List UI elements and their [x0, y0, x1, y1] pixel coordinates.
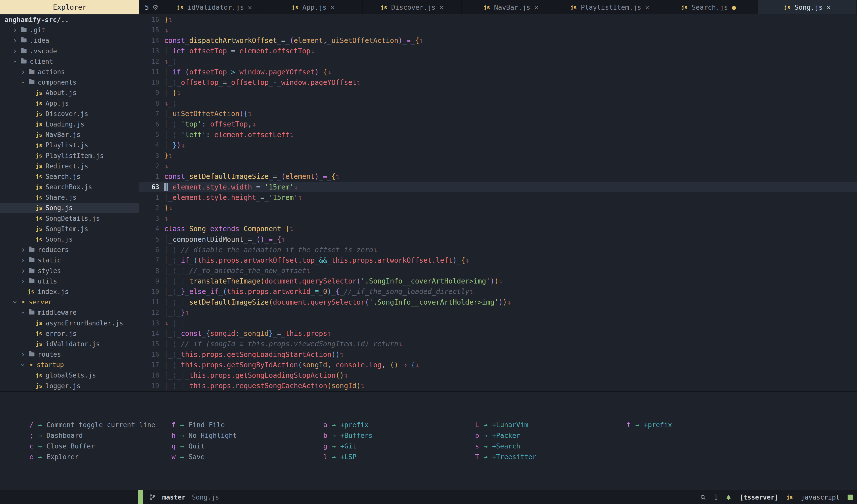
- code-line[interactable]: 3↴: [139, 213, 857, 224]
- tree-item-globalSets.js[interactable]: jsglobalSets.js: [0, 370, 139, 381]
- close-icon[interactable]: ×: [248, 3, 252, 11]
- explorer-header-tab[interactable]: Explorer: [0, 0, 139, 14]
- tree-item-Search.js[interactable]: jsSearch.js: [0, 171, 139, 182]
- keybinding-;[interactable]: ;→Dashboard: [29, 430, 171, 441]
- tree-item-idValidator.js[interactable]: jsidValidator.js: [0, 339, 139, 349]
- gear-icon[interactable]: ⚙: [152, 3, 158, 11]
- keybinding-T[interactable]: T→+Treesitter: [474, 451, 626, 462]
- code-line[interactable]: 12↴_¦: [139, 56, 857, 67]
- git-branch-name[interactable]: master: [162, 493, 185, 501]
- tree-item-PlaylistItem.js[interactable]: jsPlaylistItem.js: [0, 150, 139, 161]
- tree-item-.idea[interactable]: ›.idea: [0, 35, 139, 46]
- keybinding-L[interactable]: L→+LunarVim: [474, 419, 626, 430]
- chevron-right-icon[interactable]: ›: [20, 351, 26, 358]
- chevron-right-icon[interactable]: ›: [12, 47, 18, 55]
- code-line[interactable]: 9│_¦_¦_translateTheImage(document.queryS…: [139, 276, 857, 286]
- chevron-right-icon[interactable]: ›: [20, 68, 26, 75]
- tree-item-Loading.js[interactable]: jsLoading.js: [0, 119, 139, 130]
- code-line[interactable]: 3}↴: [139, 150, 857, 161]
- tree-item-.git[interactable]: ›.git: [0, 25, 139, 35]
- code-line[interactable]: 11│_¦_¦_setDefaultImageSize(document.que…: [139, 297, 857, 307]
- code-line[interactable]: 5│_componentDidMount_=_()_⇒_{↴: [139, 234, 857, 245]
- keybinding-e[interactable]: e→Explorer: [29, 451, 171, 462]
- tree-item-error.js[interactable]: jserror.js: [0, 329, 139, 339]
- keybinding-l[interactable]: l→+LSP: [322, 451, 474, 462]
- tab-Discover.js[interactable]: jsDiscover.js×: [363, 0, 462, 14]
- code-line[interactable]: 4class_Song_extends_Component_{↴: [139, 224, 857, 234]
- chevron-down-icon[interactable]: ›: [12, 299, 19, 305]
- chevron-down-icon[interactable]: ›: [19, 310, 27, 315]
- keybinding-a[interactable]: a→+prefix: [322, 419, 474, 430]
- code-line[interactable]: 2}↴: [139, 203, 857, 213]
- close-icon[interactable]: ×: [645, 3, 649, 11]
- tree-item-Soon.js[interactable]: jsSoon.js: [0, 234, 139, 245]
- tree-item-SongItem.js[interactable]: jsSongItem.js: [0, 224, 139, 234]
- tree-item-Redirect.js[interactable]: jsRedirect.js: [0, 161, 139, 171]
- chevron-right-icon[interactable]: ›: [20, 267, 26, 274]
- tree-item-NavBar.js[interactable]: jsNavBar.js: [0, 130, 139, 140]
- tree-item-SearchBox.js[interactable]: jsSearchBox.js: [0, 182, 139, 192]
- filetype-label[interactable]: javascript: [801, 493, 840, 501]
- chevron-right-icon[interactable]: ›: [20, 278, 26, 285]
- tree-item-Share.js[interactable]: jsShare.js: [0, 192, 139, 203]
- tab-PlaylistItem.js[interactable]: jsPlaylistItem.js×: [560, 0, 659, 14]
- tree-item-Discover.js[interactable]: jsDiscover.js: [0, 108, 139, 119]
- tree-item-SongDetails.js[interactable]: jsSongDetails.js: [0, 213, 139, 224]
- explorer-root[interactable]: anghamify-src/..: [0, 14, 139, 25]
- code-line[interactable]: 8│_¦_¦_//_to_animate_the_new_offset↴: [139, 266, 857, 276]
- code-line[interactable]: 6│_¦_'top':_offsetTop,↴: [139, 119, 857, 130]
- code-line[interactable]: 4│_})↴: [139, 140, 857, 150]
- keybinding-s[interactable]: s→+Search: [474, 441, 626, 451]
- tree-item-components[interactable]: ›components: [0, 77, 139, 87]
- chevron-down-icon[interactable]: ›: [19, 80, 27, 85]
- close-icon[interactable]: ×: [534, 3, 538, 11]
- code-line[interactable]: 13│_let_offsetTop_=_element.offsetTop↴: [139, 46, 857, 56]
- keybinding-g[interactable]: g→+Git: [322, 441, 474, 451]
- code-line[interactable]: 5│_¦_'left':_element.offsetLeft↴: [139, 130, 857, 140]
- tab-Search.js[interactable]: jsSearch.js●: [659, 0, 758, 14]
- code-line[interactable]: 13↴_¦_¦: [139, 318, 857, 328]
- tree-item-About.js[interactable]: jsAbout.js: [0, 87, 139, 98]
- chevron-right-icon[interactable]: ›: [20, 246, 26, 253]
- keybinding-h[interactable]: h→No Highlight: [171, 430, 322, 441]
- close-icon[interactable]: ×: [439, 3, 443, 11]
- code-line[interactable]: 2↴: [139, 161, 857, 171]
- code-line[interactable]: 17│_¦_this.props.getSongByIdAction(songI…: [139, 360, 857, 370]
- code-line[interactable]: 9│_}↴: [139, 87, 857, 98]
- chevron-right-icon[interactable]: ›: [20, 256, 26, 264]
- keybinding-c[interactable]: c→Close Buffer: [29, 441, 171, 451]
- tree-item-logger.js[interactable]: jslogger.js: [0, 381, 139, 391]
- keybinding-b[interactable]: b→+Buffers: [322, 430, 474, 441]
- code-line[interactable]: 18│_¦_¦_this.props.getSongLoadingStopAct…: [139, 370, 857, 381]
- code-line[interactable]: 19│_¦_¦_this.props.requestSongCacheActio…: [139, 381, 857, 391]
- tree-item-index.js[interactable]: jsindex.js: [0, 286, 139, 297]
- tree-item-asyncErrorHandler.js[interactable]: jsasyncErrorHandler.js: [0, 318, 139, 328]
- code-line[interactable]: 1│_element.style.height_=_'15rem'↴: [139, 192, 857, 203]
- code-line[interactable]: 14│_¦_const_{songid:_songId}_=_this.prop…: [139, 329, 857, 339]
- close-icon[interactable]: ×: [331, 3, 335, 11]
- keybinding-/[interactable]: /→Comment toggle current line: [29, 419, 171, 430]
- code-line[interactable]: 16}↴: [139, 14, 857, 25]
- tree-item-server[interactable]: ›•server: [0, 297, 139, 307]
- keybinding-w[interactable]: w→Save: [171, 451, 322, 462]
- code-line[interactable]: 11│_if_(offsetTop_>_window.pageYOffset)_…: [139, 67, 857, 77]
- chevron-down-icon[interactable]: ›: [12, 59, 19, 64]
- tree-item-Playlist.js[interactable]: jsPlaylist.js: [0, 140, 139, 150]
- code-line[interactable]: 10│_¦_}_else_if_(this.props.artworkId_≡_…: [139, 286, 857, 297]
- close-icon[interactable]: ×: [827, 3, 831, 11]
- keybinding-f[interactable]: f→Find File: [171, 419, 322, 430]
- tree-item-actions[interactable]: ›actions: [0, 67, 139, 77]
- tree-item-utils[interactable]: ›utils: [0, 276, 139, 286]
- code-line[interactable]: 16│_¦_this.props.getSongLoadingStartActi…: [139, 349, 857, 360]
- tree-item-.vscode[interactable]: ›.vscode: [0, 46, 139, 56]
- cursor-line[interactable]: 63│_element.style.width_=_'15rem'↴: [139, 182, 857, 192]
- tree-item-Song.js[interactable]: jsSong.js: [0, 203, 139, 213]
- code-line[interactable]: 15↴: [139, 25, 857, 35]
- code-line[interactable]: 6│_¦_//_disable_the_animation_if_the_off…: [139, 245, 857, 255]
- keybinding-t[interactable]: t→+prefix: [626, 419, 778, 430]
- tree-item-App.js[interactable]: jsApp.js: [0, 98, 139, 108]
- code-editor[interactable]: 16}↴15↴14const_dispatchArtworkOffset_=_(…: [139, 14, 857, 391]
- code-line[interactable]: 1const_setDefaultImageSize_=_(element)_⇒…: [139, 171, 857, 182]
- tab-NavBar.js[interactable]: jsNavBar.js×: [462, 0, 561, 14]
- tree-item-middleware[interactable]: ›middleware: [0, 307, 139, 318]
